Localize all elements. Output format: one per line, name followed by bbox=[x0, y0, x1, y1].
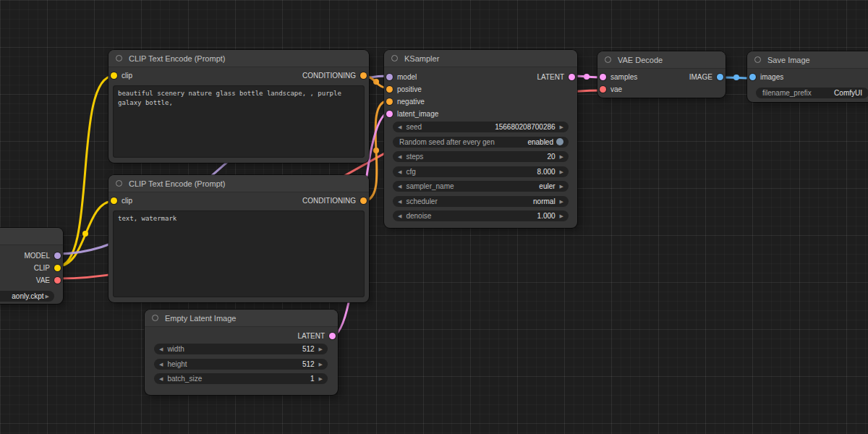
decrement-arrow-icon[interactable]: ◀ bbox=[398, 124, 401, 129]
widget-seed[interactable]: ◀ seed 156680208700286 ▶ bbox=[393, 122, 569, 132]
widget-label: filename_prefix bbox=[762, 89, 812, 97]
node-save-image[interactable]: Save Image images filename_prefix ComfyU… bbox=[747, 51, 868, 102]
output-port-latent[interactable] bbox=[569, 74, 575, 80]
increment-arrow-icon[interactable]: ▶ bbox=[319, 346, 323, 352]
node-graph-canvas[interactable]: CLIP Text Encode (Prompt) clip CONDITION… bbox=[0, 0, 868, 434]
widget-denoise[interactable]: ◀ denoise 1.000 ▶ bbox=[393, 210, 569, 221]
increment-arrow-icon[interactable]: ▶ bbox=[560, 169, 563, 174]
link-dot bbox=[733, 75, 739, 80]
node-title: Save Image bbox=[767, 56, 810, 64]
widget-random-seed-toggle[interactable]: Random seed after every gen enabled bbox=[393, 137, 569, 148]
widget-label: cfg bbox=[406, 168, 415, 176]
toggle-knob-icon[interactable] bbox=[556, 138, 563, 145]
output-port-vae[interactable] bbox=[54, 277, 61, 284]
increment-arrow-icon[interactable]: ▶ bbox=[560, 213, 563, 218]
widget-label: seed bbox=[406, 123, 422, 131]
widget-value: aonly.ckpt bbox=[0, 292, 44, 300]
output-port-clip[interactable] bbox=[54, 265, 61, 271]
decrement-arrow-icon[interactable]: ◀ bbox=[159, 346, 163, 352]
prompt-textarea[interactable]: beautiful scenery nature glass bottle la… bbox=[113, 85, 365, 158]
node-vae-decode[interactable]: VAE Decode samples IMAGE vae bbox=[597, 51, 726, 98]
widget-value: 156680208700286 bbox=[426, 123, 556, 131]
collapse-toggle-icon[interactable] bbox=[754, 56, 761, 63]
output-port-latent[interactable] bbox=[329, 333, 336, 339]
slot-row: vae bbox=[597, 83, 726, 95]
link-dot bbox=[373, 79, 379, 85]
node-header[interactable]: Empty Latent Image bbox=[145, 310, 338, 327]
output-label: IMAGE bbox=[689, 73, 712, 81]
increment-arrow-icon[interactable]: ▶ bbox=[319, 376, 323, 381]
decrement-arrow-icon[interactable]: ◀ bbox=[398, 169, 401, 174]
increment-arrow-icon[interactable]: ▶ bbox=[319, 362, 323, 367]
node-header[interactable]: KSampler bbox=[384, 50, 577, 67]
decrement-arrow-icon[interactable]: ◀ bbox=[398, 154, 401, 159]
node-header[interactable] bbox=[0, 228, 63, 245]
slot-row: images bbox=[747, 71, 868, 83]
input-port-latent-image[interactable] bbox=[386, 111, 393, 117]
node-clip-text-encode-positive[interactable]: CLIP Text Encode (Prompt) clip CONDITION… bbox=[109, 50, 369, 163]
decrement-arrow-icon[interactable]: ◀ bbox=[159, 362, 163, 367]
input-port-clip[interactable] bbox=[111, 197, 117, 204]
collapse-toggle-icon[interactable] bbox=[391, 55, 398, 61]
collapse-toggle-icon[interactable] bbox=[116, 180, 122, 187]
widget-value: normal bbox=[442, 197, 556, 205]
decrement-arrow-icon[interactable]: ◀ bbox=[159, 376, 163, 381]
widget-filename-prefix[interactable]: filename_prefix ComfyUI bbox=[756, 88, 868, 98]
node-title: CLIP Text Encode (Prompt) bbox=[129, 54, 226, 63]
widget-value: 1 bbox=[206, 375, 314, 383]
output-label: CONDITIONING bbox=[302, 197, 356, 205]
input-port-vae[interactable] bbox=[600, 86, 606, 93]
input-label: clip bbox=[122, 72, 132, 80]
node-header[interactable]: VAE Decode bbox=[597, 51, 726, 69]
output-port-model[interactable] bbox=[54, 252, 61, 259]
node-ksampler[interactable]: KSampler model LATENT positive bbox=[384, 50, 577, 228]
widget-steps[interactable]: ◀ steps 20 ▶ bbox=[393, 151, 569, 162]
widget-label: denoise bbox=[406, 212, 431, 220]
input-label: vae bbox=[610, 85, 622, 93]
decrement-arrow-icon[interactable]: ◀ bbox=[398, 213, 401, 218]
widget-value: ComfyUI bbox=[816, 89, 862, 97]
widget-scheduler[interactable]: ◀ scheduler normal ▶ bbox=[393, 196, 569, 207]
collapse-toggle-icon[interactable] bbox=[605, 56, 611, 63]
widget-label: steps bbox=[406, 153, 423, 161]
increment-arrow-icon[interactable]: ▶ bbox=[560, 199, 563, 204]
widget-cfg[interactable]: ◀ cfg 8.000 ▶ bbox=[393, 166, 569, 177]
input-label: clip bbox=[122, 197, 132, 205]
node-header[interactable]: CLIP Text Encode (Prompt) bbox=[109, 175, 369, 192]
widget-width[interactable]: ◀ width 512 ▶ bbox=[154, 344, 328, 354]
node-header[interactable]: Save Image bbox=[747, 51, 868, 69]
node-checkpoint-loader[interactable]: MODEL CLIP VAE aonly.ckpt ▶ bbox=[0, 228, 63, 304]
output-label: VAE bbox=[36, 276, 50, 284]
increment-arrow-icon[interactable]: ▶ bbox=[46, 294, 49, 299]
output-port-image[interactable] bbox=[717, 74, 723, 80]
collapse-toggle-icon[interactable] bbox=[116, 55, 122, 61]
widget-label: width bbox=[167, 345, 184, 353]
widget-sampler-name[interactable]: ◀ sampler_name euler ▶ bbox=[393, 181, 569, 192]
collapse-toggle-icon[interactable] bbox=[152, 315, 158, 321]
output-port-conditioning[interactable] bbox=[360, 197, 367, 204]
node-clip-text-encode-negative[interactable]: CLIP Text Encode (Prompt) clip CONDITION… bbox=[109, 175, 369, 302]
node-empty-latent-image[interactable]: Empty Latent Image LATENT ◀ width 512 ▶ … bbox=[145, 310, 338, 395]
widget-batch-size[interactable]: ◀ batch_size 1 ▶ bbox=[154, 373, 328, 384]
widget-height[interactable]: ◀ height 512 ▶ bbox=[154, 359, 328, 370]
input-port-model[interactable] bbox=[386, 74, 393, 80]
widget-value: 512 bbox=[192, 360, 315, 368]
input-port-negative[interactable] bbox=[386, 98, 393, 105]
increment-arrow-icon[interactable]: ▶ bbox=[560, 184, 563, 189]
slot-row: samples IMAGE bbox=[597, 71, 726, 83]
input-port-clip[interactable] bbox=[111, 72, 117, 79]
input-port-images[interactable] bbox=[749, 74, 756, 80]
increment-arrow-icon[interactable]: ▶ bbox=[560, 154, 563, 159]
widget-label: height bbox=[167, 360, 187, 368]
input-port-samples[interactable] bbox=[600, 74, 606, 80]
decrement-arrow-icon[interactable]: ◀ bbox=[398, 199, 401, 204]
increment-arrow-icon[interactable]: ▶ bbox=[560, 124, 563, 129]
prompt-textarea[interactable]: text, watermark bbox=[113, 210, 365, 297]
widget-ckpt-name[interactable]: aonly.ckpt ▶ bbox=[0, 291, 54, 302]
node-header[interactable]: CLIP Text Encode (Prompt) bbox=[109, 50, 369, 67]
input-port-positive[interactable] bbox=[386, 86, 393, 93]
output-port-conditioning[interactable] bbox=[360, 72, 367, 79]
node-title: VAE Decode bbox=[618, 56, 663, 64]
decrement-arrow-icon[interactable]: ◀ bbox=[398, 184, 401, 189]
input-label: latent_image bbox=[397, 110, 438, 118]
